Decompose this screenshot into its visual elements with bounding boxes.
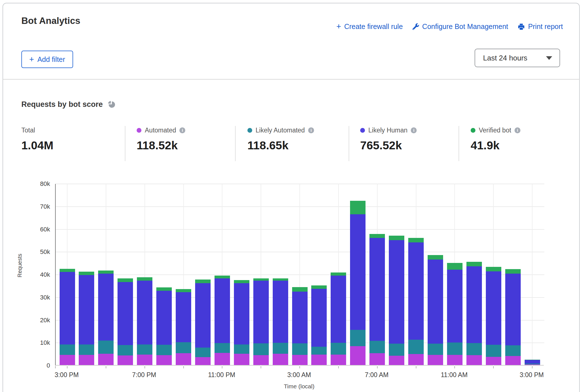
bar-22-likely-human[interactable] [486, 271, 501, 345]
bar-3-automated[interactable] [118, 355, 133, 365]
bar-5-automated[interactable] [156, 355, 172, 365]
bar-11-verified-bot[interactable] [273, 278, 288, 281]
bar-0-automated[interactable] [60, 355, 75, 365]
bar-5-verified-bot[interactable] [156, 287, 172, 291]
bar-9-likely-human[interactable] [234, 283, 249, 344]
bar-2-likely-human[interactable] [98, 274, 114, 340]
bar-19-verified-bot[interactable] [428, 255, 443, 259]
bar-4-likely-automated[interactable] [137, 344, 152, 355]
bar-14-likely-automated[interactable] [331, 343, 346, 355]
bar-3-verified-bot[interactable] [118, 278, 133, 282]
bar-4-automated[interactable] [137, 355, 152, 365]
time-range-dropdown[interactable]: Last 24 hours [475, 49, 560, 67]
bar-10-likely-automated[interactable] [253, 343, 269, 355]
add-filter-button[interactable]: + Add filter [21, 51, 73, 68]
bar-5-likely-automated[interactable] [156, 345, 172, 355]
bar-3-likely-human[interactable] [118, 282, 133, 345]
bar-12-verified-bot[interactable] [292, 287, 308, 292]
bar-19-likely-human[interactable] [428, 260, 443, 344]
bar-1-automated[interactable] [79, 355, 94, 365]
bar-22-likely-automated[interactable] [486, 345, 501, 357]
bar-24-automated[interactable] [525, 364, 540, 365]
bar-21-automated[interactable] [466, 355, 482, 365]
bar-2-verified-bot[interactable] [98, 271, 114, 274]
bar-0-verified-bot[interactable] [60, 269, 75, 272]
bar-14-likely-human[interactable] [331, 276, 346, 343]
bar-1-likely-automated[interactable] [79, 344, 94, 355]
bar-21-likely-automated[interactable] [466, 343, 482, 355]
bar-7-likely-human[interactable] [195, 283, 211, 348]
bar-7-verified-bot[interactable] [195, 280, 211, 283]
bar-17-verified-bot[interactable] [389, 236, 404, 240]
bar-8-likely-human[interactable] [215, 278, 230, 343]
bar-17-likely-automated[interactable] [389, 344, 404, 356]
bar-18-automated[interactable] [408, 354, 424, 365]
info-icon[interactable]: i [515, 127, 520, 133]
bar-12-automated[interactable] [292, 355, 308, 365]
bar-23-likely-human[interactable] [505, 274, 521, 345]
bar-5-likely-human[interactable] [156, 291, 172, 345]
bar-24-likely-human[interactable] [525, 360, 540, 363]
create-firewall-rule-link[interactable]: + Create firewall rule [336, 22, 403, 31]
bar-20-likely-automated[interactable] [447, 343, 463, 355]
bar-16-likely-human[interactable] [369, 238, 385, 341]
bar-15-likely-human[interactable] [350, 214, 366, 330]
bar-13-likely-human[interactable] [311, 289, 327, 347]
bar-8-likely-automated[interactable] [215, 343, 230, 353]
bar-18-likely-automated[interactable] [408, 340, 424, 354]
bar-1-verified-bot[interactable] [79, 272, 94, 275]
bar-12-likely-human[interactable] [292, 292, 308, 343]
bar-0-likely-human[interactable] [60, 272, 75, 344]
bar-16-likely-automated[interactable] [369, 341, 385, 353]
bar-18-verified-bot[interactable] [408, 238, 424, 242]
configure-bot-management-link[interactable]: Configure Bot Management [412, 22, 508, 31]
bar-20-likely-human[interactable] [447, 270, 463, 343]
bar-14-verified-bot[interactable] [331, 272, 346, 275]
bar-4-likely-human[interactable] [137, 281, 152, 344]
bar-7-automated[interactable] [195, 357, 211, 365]
bar-17-automated[interactable] [389, 356, 404, 365]
bar-1-likely-human[interactable] [79, 275, 94, 344]
bar-4-verified-bot[interactable] [137, 277, 152, 281]
bar-22-automated[interactable] [486, 357, 501, 365]
bar-2-likely-automated[interactable] [98, 341, 114, 354]
bar-16-automated[interactable] [369, 353, 385, 365]
bar-19-likely-automated[interactable] [428, 344, 443, 355]
bar-13-likely-automated[interactable] [311, 347, 327, 354]
bar-24-verified-bot[interactable] [525, 360, 540, 360]
bar-6-likely-automated[interactable] [176, 342, 191, 353]
bar-6-verified-bot[interactable] [176, 289, 191, 292]
bar-19-automated[interactable] [428, 355, 443, 365]
bar-9-likely-automated[interactable] [234, 344, 249, 354]
bar-13-verified-bot[interactable] [311, 285, 327, 289]
bar-11-likely-automated[interactable] [273, 343, 288, 354]
print-report-link[interactable]: Print report [518, 22, 563, 31]
bar-8-automated[interactable] [215, 353, 230, 365]
bar-11-automated[interactable] [273, 354, 288, 365]
bar-22-verified-bot[interactable] [486, 267, 501, 271]
bar-7-likely-automated[interactable] [195, 348, 211, 357]
info-icon[interactable]: i [411, 127, 417, 133]
bar-18-likely-human[interactable] [408, 242, 424, 340]
bar-8-verified-bot[interactable] [215, 276, 230, 278]
info-icon[interactable]: i [179, 127, 185, 133]
bar-11-likely-human[interactable] [273, 281, 288, 343]
bar-23-verified-bot[interactable] [505, 269, 521, 273]
bar-15-verified-bot[interactable] [350, 201, 366, 214]
bar-23-likely-automated[interactable] [505, 345, 521, 356]
bar-24-likely-automated[interactable] [525, 364, 540, 364]
bar-3-likely-automated[interactable] [118, 345, 133, 355]
bar-0-likely-automated[interactable] [60, 344, 75, 355]
bar-10-verified-bot[interactable] [253, 278, 269, 281]
bar-10-likely-human[interactable] [253, 281, 269, 343]
bar-23-automated[interactable] [505, 356, 521, 365]
bar-20-verified-bot[interactable] [447, 263, 463, 270]
bar-17-likely-human[interactable] [389, 240, 404, 344]
bar-16-verified-bot[interactable] [369, 234, 385, 238]
info-icon[interactable]: i [308, 127, 314, 133]
bar-12-likely-automated[interactable] [292, 343, 308, 355]
bar-15-automated[interactable] [350, 346, 366, 365]
bar-9-automated[interactable] [234, 354, 249, 365]
bar-6-automated[interactable] [176, 353, 191, 365]
bar-14-automated[interactable] [331, 355, 346, 365]
